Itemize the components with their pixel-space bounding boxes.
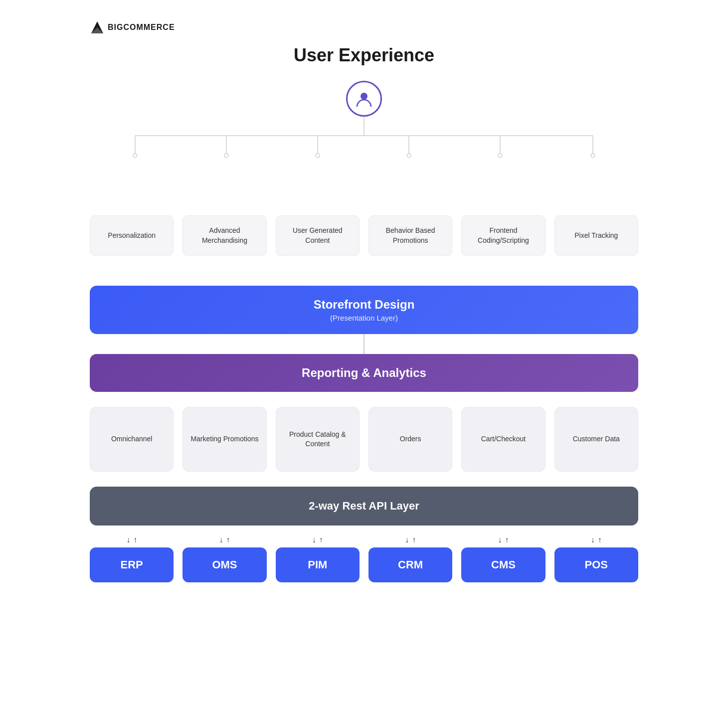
reporting-title: Reporting & Analytics (102, 366, 626, 380)
pim-button[interactable]: PIM (276, 547, 360, 582)
data-card-customer-data: Customer Data (554, 407, 638, 472)
arrow-down-crm: ↓ (405, 535, 409, 544)
data-card-marketing-promotions: Marketing Promotions (182, 407, 266, 472)
arrow-down-oms: ↓ (219, 535, 223, 544)
arrow-down-pos: ↓ (591, 535, 595, 544)
arrows-oms: ↓ ↑ (219, 535, 230, 544)
integration-col-pim: ↓ ↑ PIM (276, 535, 360, 582)
crm-button[interactable]: CRM (368, 547, 452, 582)
data-card-omnichannel: Omnichannel (90, 407, 174, 472)
main-title: User Experience (294, 45, 434, 66)
arrow-up-cms: ↑ (505, 535, 509, 544)
svg-point-16 (591, 154, 595, 158)
arrows-erp: ↓ ↑ (126, 535, 137, 544)
logo-text: BIGCOMMERCE (108, 23, 175, 32)
arrow-down-cms: ↓ (498, 535, 502, 544)
arrow-up-pim: ↑ (319, 535, 323, 544)
arrows-pim: ↓ ↑ (312, 535, 323, 544)
svg-point-12 (224, 154, 228, 158)
integration-row: ↓ ↑ ERP ↓ ↑ OMS ↓ ↑ PIM ↓ ↑ CRM (90, 535, 638, 582)
api-banner: 2-way Rest API Layer (90, 487, 638, 526)
arrows-pos: ↓ ↑ (591, 535, 602, 544)
storefront-banner: Storefront Design (Presentation Layer) (90, 286, 638, 334)
integration-col-cms: ↓ ↑ CMS (461, 535, 545, 582)
pos-button[interactable]: POS (554, 547, 638, 582)
arrow-up-oms: ↑ (226, 535, 230, 544)
arrow-down-erp: ↓ (126, 535, 130, 544)
reporting-banner: Reporting & Analytics (90, 354, 638, 392)
arrows-crm: ↓ ↑ (405, 535, 416, 544)
feature-card-behavior-promotions: Behavior Based Promotions (368, 215, 452, 256)
feature-card-pixel-tracking: Pixel Tracking (554, 215, 638, 256)
arrow-up-pos: ↑ (598, 535, 602, 544)
erp-button[interactable]: ERP (90, 547, 174, 582)
data-cards-row: Omnichannel Marketing Promotions Product… (90, 407, 638, 472)
data-card-cart-checkout: Cart/Checkout (461, 407, 545, 472)
cms-button[interactable]: CMS (461, 547, 545, 582)
feature-card-personalization: Personalization (90, 215, 174, 256)
feature-card-user-generated-content: User Generated Content (276, 215, 360, 256)
svg-point-2 (361, 93, 367, 100)
user-icon-circle (346, 81, 382, 117)
svg-point-14 (407, 154, 411, 158)
svg-point-11 (133, 154, 137, 158)
integration-col-crm: ↓ ↑ CRM (368, 535, 452, 582)
oms-button[interactable]: OMS (182, 547, 266, 582)
integration-col-oms: ↓ ↑ OMS (182, 535, 266, 582)
svg-point-13 (316, 154, 320, 158)
arrow-up-crm: ↑ (412, 535, 416, 544)
svg-point-15 (498, 154, 502, 158)
diagram-container: BIGCOMMERCE User Experience (90, 20, 638, 582)
data-card-orders: Orders (368, 407, 452, 472)
arrow-down-pim: ↓ (312, 535, 316, 544)
arrows-cms: ↓ ↑ (498, 535, 509, 544)
arrow-up-erp: ↑ (133, 535, 137, 544)
feature-card-frontend-coding: Frontend Coding/Scripting (461, 215, 545, 256)
api-title: 2-way Rest API Layer (103, 500, 625, 513)
integration-col-erp: ↓ ↑ ERP (90, 535, 174, 582)
integration-col-pos: ↓ ↑ POS (554, 535, 638, 582)
storefront-subtitle: (Presentation Layer) (102, 314, 626, 322)
connector-line-1 (364, 334, 364, 354)
storefront-title: Storefront Design (102, 298, 626, 312)
feature-card-advanced-merchandising: Advanced Merchandising (182, 215, 266, 256)
feature-cards-row: Personalization Advanced Merchandising U… (90, 215, 638, 256)
logo: BIGCOMMERCE (90, 20, 175, 35)
data-card-product-catalog: Product Catalog & Content (276, 407, 360, 472)
